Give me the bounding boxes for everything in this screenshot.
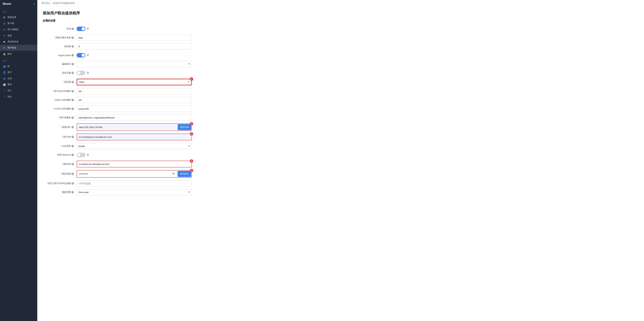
bind-credentials-badge: 5 [190, 169, 193, 172]
sidebar: Master ▾ 配置 ⊞ 领域设置 ◻ 客户端 ◻ 客户端模板 ≡ 角色 ◉ … [0, 0, 37, 321]
federation-icon: ≡ [3, 46, 6, 49]
breadcrumb-current: 添加用户存储提供程序 [53, 2, 75, 5]
rdn-ldap-help-icon[interactable]: ? [72, 99, 74, 101]
search-scope-label: 搜索范围 ? [43, 191, 76, 194]
start-tls-thumb [77, 153, 80, 156]
client-icon: ◻ [3, 22, 6, 25]
start-tls-help-icon[interactable]: ? [72, 154, 74, 156]
import-users-thumb [82, 54, 85, 57]
connection-url-input[interactable] [77, 124, 176, 130]
user-object-classes-input[interactable] [76, 114, 192, 121]
sidebar-item-idp[interactable]: ◉ 身份提供者 [0, 39, 37, 45]
enabled-toggle-wrap: 开 [76, 26, 192, 31]
username-ldap-input[interactable] [76, 88, 192, 94]
enabled-row: 开启 ? 开 [43, 26, 235, 32]
import-users-toggle[interactable] [76, 53, 86, 58]
start-tls-toggle-label: 关 [87, 154, 89, 156]
bind-dn-help-icon[interactable]: ? [72, 163, 74, 165]
enabled-toggle[interactable] [76, 26, 86, 31]
custom-ldap-filter-input[interactable] [76, 180, 192, 186]
sidebar-item-label: 领域设置 [8, 16, 16, 19]
console-name-input[interactable] [76, 34, 192, 41]
bind-credentials-control: 👁 测试验证 5 [76, 170, 192, 178]
sidebar-item-client-template[interactable]: ◻ 客户端模板 [0, 26, 37, 32]
auth-type-help-icon[interactable]: ? [72, 145, 74, 147]
search-scope-help-icon[interactable]: ? [72, 191, 74, 194]
bind-dn-wrap: 4 [76, 161, 192, 168]
users-dn-control: 3 [76, 134, 192, 140]
connection-url-help-icon[interactable]: ? [72, 126, 74, 128]
sidebar-item-label: 角色 [8, 34, 12, 37]
uuid-ldap-input[interactable] [76, 106, 192, 112]
username-ldap-control [76, 88, 192, 94]
sidebar-item-import[interactable]: → 导入 [0, 88, 37, 94]
edit-mode-help-icon[interactable]: ? [72, 63, 74, 65]
sidebar-item-label: 导出 [8, 95, 12, 98]
auth-type-row: * 认证类型 ? simple none [43, 143, 235, 149]
rdn-ldap-label: * RDN LDAP属性 ? [43, 98, 76, 102]
import-users-help-icon[interactable]: ? [72, 54, 74, 56]
user-object-classes-control [76, 114, 192, 121]
console-name-label: 控制台显示名称 ? [43, 36, 76, 39]
auth-type-select[interactable]: simple none [76, 143, 192, 149]
user-object-classes-help-icon[interactable]: ? [72, 116, 74, 119]
import-users-toggle-wrap: 开 [76, 53, 192, 58]
toggle-password-button[interactable]: 👁 [172, 172, 175, 176]
bind-credentials-help-icon[interactable]: ? [72, 173, 74, 175]
enabled-help-icon[interactable]: ? [72, 28, 74, 30]
sidebar-item-user-federation[interactable]: ≡ 用户联合 [0, 45, 37, 51]
page-title: 添加用户联合提供程序 [43, 11, 235, 16]
bind-credentials-label: * 绑定凭据 ? [43, 172, 76, 176]
uuid-ldap-help-icon[interactable]: ? [72, 108, 74, 110]
priority-help-icon[interactable]: ? [72, 45, 74, 48]
sidebar-item-group[interactable]: 👥 组 [0, 63, 37, 69]
test-auth-button[interactable]: 测试验证 [178, 171, 191, 177]
sidebar-item-export[interactable]: → 导出 [0, 94, 37, 100]
sidebar-item-event[interactable]: 📅 事件 [0, 82, 37, 88]
sidebar-header[interactable]: Master ▾ [0, 0, 37, 8]
priority-input[interactable] [76, 44, 192, 50]
rdn-ldap-input[interactable] [76, 97, 192, 103]
sidebar-item-label: 会话 [8, 77, 12, 80]
sidebar-item-client[interactable]: ◻ 客户端 [0, 20, 37, 26]
sidebar-item-domain[interactable]: ⊞ 领域设置 [0, 14, 37, 20]
priority-wrap [76, 44, 192, 50]
username-ldap-label: * 用户名LDAP属性 ? [43, 90, 76, 93]
sidebar-item-label: 验证 [8, 52, 12, 56]
test-connection-button[interactable]: 测试连接 [178, 124, 191, 130]
username-ldap-help-icon[interactable]: ? [72, 90, 74, 92]
search-scope-select[interactable]: One Level Subtree [76, 189, 192, 195]
sync-reg-toggle[interactable] [76, 71, 86, 75]
users-dn-input[interactable] [77, 134, 192, 140]
sidebar-item-label: 身份提供者 [8, 40, 18, 43]
sidebar-item-role[interactable]: ≡ 角色 [0, 32, 37, 39]
bind-dn-control: 4 [76, 161, 192, 168]
user-object-classes-label: * 用户对象类 ? [43, 116, 76, 119]
breadcrumb-parent[interactable]: 用户联合 [41, 2, 50, 5]
enabled-control: 开 [76, 26, 192, 31]
group-icon: 👥 [3, 65, 6, 68]
edit-mode-select[interactable]: READ_ONLY WRITABLE UNSYNCED [76, 61, 192, 67]
sidebar-item-auth[interactable]: 🔒 验证 [0, 51, 37, 57]
auth-type-label: * 认证类型 ? [43, 144, 76, 148]
start-tls-label: 启用 StartTLS ? [43, 154, 76, 156]
custom-ldap-filter-row: 自定义用户LDAP过滤器 ? [43, 180, 235, 186]
vendor-help-icon[interactable]: ? [72, 81, 74, 83]
start-tls-toggle[interactable] [76, 153, 86, 157]
bind-credentials-wrap: 👁 测试验证 5 [76, 170, 192, 178]
vendor-row: * 供应商 ? Other Active Directory Red Hat D… [43, 79, 235, 86]
sidebar-item-user[interactable]: 👤 用户 [0, 69, 37, 76]
edit-mode-row: 编辑模式 ? READ_ONLY WRITABLE UNSYNCED [43, 61, 235, 67]
enabled-toggle-label: 开 [87, 27, 89, 30]
console-name-help-icon[interactable]: ? [72, 36, 74, 39]
sync-reg-help-icon[interactable]: ? [72, 72, 74, 74]
vendor-select[interactable]: Other Active Directory Red Hat Directory… [77, 79, 192, 85]
users-dn-help-icon[interactable]: ? [72, 136, 74, 138]
manage-section-label: 管理 [0, 57, 37, 63]
sidebar-item-session[interactable]: ◎ 会话 [0, 76, 37, 82]
start-tls-row: 启用 StartTLS ? 关 [43, 152, 235, 158]
enabled-label: 开启 ? [43, 27, 76, 30]
bind-credentials-input[interactable] [77, 171, 176, 177]
bind-dn-input[interactable] [77, 161, 192, 167]
custom-ldap-filter-help-icon[interactable]: ? [72, 182, 74, 184]
